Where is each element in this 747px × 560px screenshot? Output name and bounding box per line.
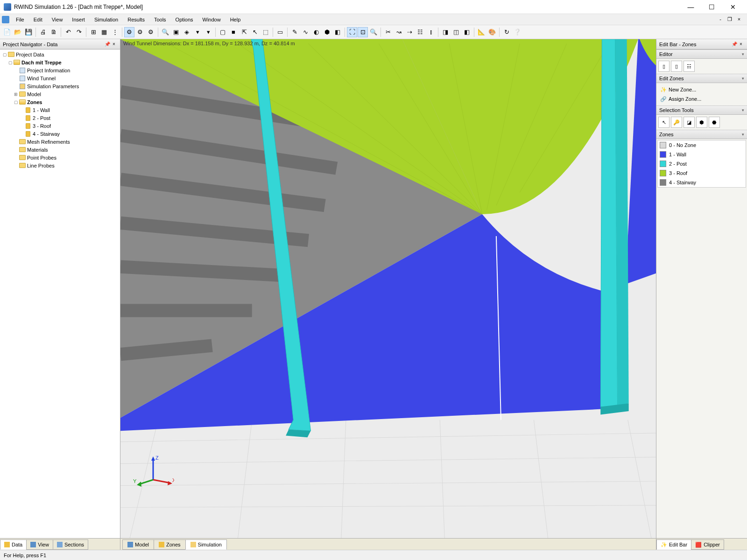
zone-row-3[interactable]: 3 - Roof (658, 168, 746, 178)
menu-insert[interactable]: Insert (67, 15, 90, 24)
refresh-icon[interactable]: ↻ (501, 27, 512, 37)
redo-icon[interactable]: ↷ (74, 27, 84, 37)
open-file-icon[interactable]: 📂 (13, 27, 23, 37)
help-icon[interactable]: ❔ (512, 27, 522, 37)
tree-model[interactable]: ⊞Model (0, 90, 120, 98)
tree-zone-3[interactable]: 3 - Roof (0, 122, 120, 130)
tree-zone-1[interactable]: 1 - Wall (0, 106, 120, 114)
section-editor[interactable]: Editor▾ (656, 49, 747, 59)
measure-icon[interactable]: 📐 (476, 27, 486, 37)
editor-btn-3[interactable]: ☷ (684, 61, 695, 72)
mdi-close-button[interactable]: × (735, 16, 743, 22)
tree-zone-4[interactable]: 4 - Stairway (0, 130, 120, 138)
menu-simulation[interactable]: Simulation (90, 15, 123, 24)
menu-file[interactable]: File (11, 15, 29, 24)
gear2-icon[interactable]: ⚙ (135, 27, 145, 37)
draw1-icon[interactable]: ✎ (289, 27, 300, 37)
mdi-minimize-button[interactable]: - (716, 16, 725, 22)
zone-row-0[interactable]: 0 - No Zone (658, 140, 746, 150)
menu-window[interactable]: Window (198, 15, 226, 24)
export-icon[interactable]: ⇱ (239, 27, 249, 37)
cube-icon[interactable]: ▣ (171, 27, 181, 37)
tree-materials[interactable]: Materials (0, 146, 120, 154)
select-group-btn[interactable]: ⬣ (709, 117, 720, 128)
menu-options[interactable]: Options (171, 15, 198, 24)
zone-row-1[interactable]: 1 - Wall (658, 150, 746, 159)
chart-icon[interactable]: ⬚ (261, 27, 271, 37)
axis-gizmo[interactable]: Z X Y (132, 454, 174, 496)
tree-project[interactable]: ▢Dach mit Treppe (0, 58, 120, 66)
draw5-icon[interactable]: ◧ (332, 27, 343, 37)
minimize-button[interactable]: — (680, 0, 701, 14)
color-icon[interactable]: 🎨 (487, 27, 497, 37)
3d-viewport[interactable]: Wind Tunnel Dimensions: Dx = 181.158 m, … (120, 39, 656, 538)
clip-icon[interactable]: ✂ (383, 27, 393, 37)
undo-icon[interactable]: ↶ (63, 27, 73, 37)
tree-mesh[interactable]: Mesh Refinements (0, 138, 120, 146)
dots-icon[interactable]: ⋮ (110, 27, 120, 37)
draw2-icon[interactable]: ∿ (300, 27, 310, 37)
tree-wind[interactable]: Wind Tunnel (0, 74, 120, 82)
tab-data[interactable]: Data (0, 539, 27, 550)
tab-clipper[interactable]: 🟥Clipper (691, 539, 724, 550)
menu-edit[interactable]: Edit (29, 15, 47, 24)
tree-info[interactable]: Project Information (0, 66, 120, 74)
gear3-icon[interactable]: ⚙ (146, 27, 156, 37)
editor-btn-1[interactable]: ▯ (658, 61, 669, 72)
select-arrow-btn[interactable]: ↖ (658, 117, 669, 128)
zoom-in-icon[interactable]: 🔍 (368, 27, 379, 37)
maximize-button[interactable]: ☐ (701, 0, 722, 14)
section-zones[interactable]: Zones▾ (656, 130, 747, 139)
flag2-icon[interactable]: ▾ (203, 27, 213, 37)
section-editzones[interactable]: Edit Zones▾ (656, 74, 747, 83)
menu-help[interactable]: Help (226, 15, 246, 24)
grid-icon[interactable]: ⊞ (88, 27, 99, 37)
tab-sections[interactable]: Sections (53, 539, 88, 550)
pin-icon[interactable]: 📌 (731, 42, 738, 47)
new-zone-action[interactable]: ✨New Zone... (658, 85, 745, 94)
iso-icon[interactable]: ◈ (182, 27, 192, 37)
results2-icon[interactable]: ◫ (451, 27, 461, 37)
zoom-fit-icon[interactable]: ⛶ (347, 27, 357, 37)
outline-icon[interactable]: ▢ (218, 27, 228, 37)
flow3-icon[interactable]: ☷ (415, 27, 425, 37)
gear-icon[interactable]: ⚙ (124, 27, 134, 37)
save-file-icon[interactable]: 💾 (23, 27, 34, 37)
flow4-icon[interactable]: ⫿ (426, 27, 436, 37)
new-file-icon[interactable]: 📄 (2, 27, 12, 37)
print-preview-icon[interactable]: 🗎 (49, 27, 59, 37)
close-panel-icon[interactable]: × (111, 42, 117, 47)
menu-results[interactable]: Results (123, 15, 149, 24)
select-icon[interactable]: ▭ (275, 27, 285, 37)
tree-zones[interactable]: ▢Zones (0, 98, 120, 106)
tree-root[interactable]: ▢Project Data (0, 50, 120, 58)
tab-view[interactable]: View (26, 539, 53, 550)
tree-sim[interactable]: Simulation Parameters (0, 82, 120, 90)
draw3-icon[interactable]: ◐ (311, 27, 321, 37)
menu-tools[interactable]: Tools (149, 15, 171, 24)
flow1-icon[interactable]: ↝ (394, 27, 404, 37)
menu-view[interactable]: View (47, 15, 68, 24)
tab-model[interactable]: Model (122, 539, 154, 550)
zone-row-4[interactable]: 4 - Stairway (658, 178, 746, 187)
tree-line[interactable]: Line Probes (0, 161, 120, 169)
close-editbar-icon[interactable]: × (738, 42, 744, 47)
print-icon[interactable]: 🖨 (38, 27, 48, 37)
select-face-btn[interactable]: ◪ (684, 117, 695, 128)
results3-icon[interactable]: ◧ (462, 27, 472, 37)
tab-zones[interactable]: Zones (154, 539, 186, 550)
draw4-icon[interactable]: ⬢ (322, 27, 332, 37)
select-body-btn[interactable]: ⬢ (696, 117, 707, 128)
select-key-btn[interactable]: 🔑 (671, 117, 682, 128)
mdi-restore-button[interactable]: ❐ (726, 16, 734, 22)
results1-icon[interactable]: ◨ (440, 27, 451, 37)
assign-zone-action[interactable]: 🔗Assign Zone... (658, 94, 745, 104)
flag-icon[interactable]: ▾ (192, 27, 203, 37)
editor-btn-2[interactable]: ▯ (671, 61, 682, 72)
zoom-window-icon[interactable]: ⊡ (358, 27, 368, 37)
tree-zone-2[interactable]: 2 - Post (0, 114, 120, 122)
zone-row-2[interactable]: 2 - Post (658, 159, 746, 168)
project-tree[interactable]: ▢Project Data ▢Dach mit Treppe Project I… (0, 49, 120, 538)
pin-icon[interactable]: 📌 (104, 42, 111, 47)
flow2-icon[interactable]: ⇢ (404, 27, 415, 37)
